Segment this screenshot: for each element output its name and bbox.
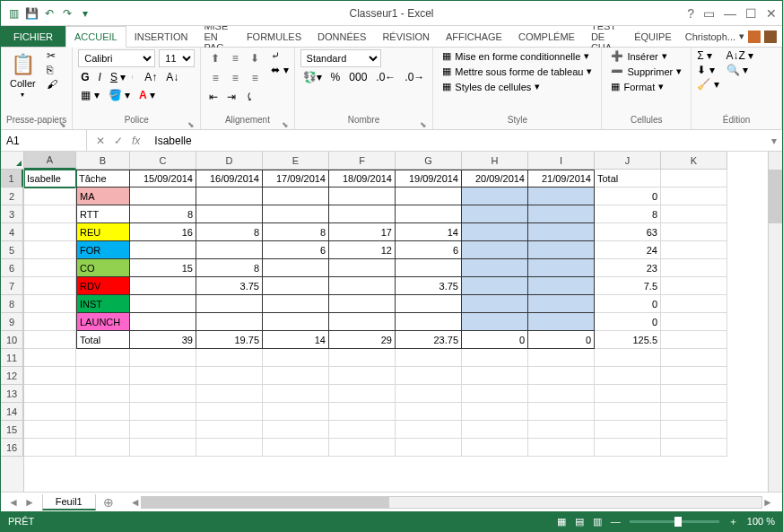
cell[interactable]: [661, 188, 727, 205]
cell[interactable]: [24, 331, 76, 349]
cell[interactable]: [329, 421, 396, 439]
view-normal-icon[interactable]: ▦: [557, 516, 566, 528]
col-header[interactable]: E: [263, 152, 329, 170]
cell[interactable]: [263, 439, 329, 457]
cell[interactable]: [263, 188, 329, 205]
row-header[interactable]: 12: [1, 367, 23, 385]
row-header[interactable]: 16: [1, 439, 23, 457]
cell[interactable]: RTT: [76, 205, 130, 223]
cell[interactable]: [24, 277, 76, 295]
cell[interactable]: [661, 349, 727, 367]
bold-button[interactable]: G: [78, 69, 91, 85]
col-header[interactable]: G: [396, 152, 462, 170]
cell[interactable]: [528, 295, 595, 313]
cell[interactable]: [24, 259, 76, 277]
cell[interactable]: [462, 277, 528, 295]
row-header[interactable]: 8: [1, 295, 23, 313]
merge-button[interactable]: ⬌ ▾: [271, 64, 288, 76]
cell[interactable]: 18/09/2014: [329, 170, 396, 188]
cell[interactable]: [661, 313, 727, 331]
cell[interactable]: 8: [595, 205, 661, 223]
increase-indent-icon[interactable]: ⇥: [224, 89, 239, 105]
cell[interactable]: [329, 385, 396, 403]
cell[interactable]: [130, 295, 196, 313]
cell[interactable]: [396, 403, 462, 421]
cell[interactable]: 19.75: [196, 331, 263, 349]
cell[interactable]: 0: [595, 188, 661, 205]
cell[interactable]: [196, 439, 263, 457]
cell[interactable]: 8: [130, 205, 196, 223]
cell[interactable]: [661, 277, 727, 295]
minimize-icon[interactable]: ―: [724, 6, 736, 21]
cell[interactable]: [24, 188, 76, 205]
cell[interactable]: INST: [76, 295, 130, 313]
user-account[interactable]: Christoph... ▾: [680, 26, 782, 47]
cell[interactable]: [396, 421, 462, 439]
autosum-icon[interactable]: Σ ▾: [697, 49, 718, 62]
cell[interactable]: [595, 403, 661, 421]
align-right-icon[interactable]: ≡: [246, 69, 264, 87]
cell[interactable]: CO: [76, 259, 130, 277]
cell[interactable]: 23: [595, 259, 661, 277]
col-header[interactable]: I: [528, 152, 595, 170]
currency-icon[interactable]: 💱▾: [300, 69, 325, 85]
cell[interactable]: 15: [130, 259, 196, 277]
cell[interactable]: 8: [196, 223, 263, 241]
cell[interactable]: [661, 170, 727, 188]
cell[interactable]: [263, 313, 329, 331]
horizontal-scrollbar[interactable]: ◄►: [121, 496, 782, 509]
col-header[interactable]: B: [76, 152, 130, 170]
view-pagebreak-icon[interactable]: ▥: [593, 516, 602, 528]
cell[interactable]: 29: [329, 331, 396, 349]
cell[interactable]: [661, 295, 727, 313]
cell[interactable]: 24: [595, 241, 661, 259]
dec-decimal-icon[interactable]: .0→: [402, 69, 427, 85]
dialog-launcher-icon[interactable]: ⬊: [420, 120, 427, 129]
cell[interactable]: [396, 349, 462, 367]
row-header[interactable]: 7: [1, 277, 23, 295]
cell[interactable]: Tâche: [76, 170, 130, 188]
excel-icon[interactable]: ▥: [6, 6, 21, 21]
cell[interactable]: [661, 421, 727, 439]
cell[interactable]: [329, 403, 396, 421]
cell[interactable]: [196, 188, 263, 205]
cell[interactable]: [528, 349, 595, 367]
find-icon[interactable]: 🔍 ▾: [726, 64, 754, 76]
cell[interactable]: REU: [76, 223, 130, 241]
expand-formula-icon[interactable]: ▾: [766, 135, 782, 147]
cell[interactable]: [329, 367, 396, 385]
cell[interactable]: [462, 367, 528, 385]
cell[interactable]: [24, 349, 76, 367]
cell[interactable]: [76, 349, 130, 367]
row-header[interactable]: 9: [1, 313, 23, 331]
cell[interactable]: [263, 259, 329, 277]
align-top-icon[interactable]: ⬆: [206, 49, 224, 67]
cell[interactable]: 3.75: [196, 277, 263, 295]
cell[interactable]: 39: [130, 331, 196, 349]
tab-complements[interactable]: COMPLÉME: [510, 26, 583, 47]
cell[interactable]: Total: [595, 170, 661, 188]
col-header[interactable]: A: [24, 152, 76, 170]
row-header[interactable]: 2: [1, 188, 23, 205]
align-bot-icon[interactable]: ⬇: [246, 49, 264, 67]
col-header[interactable]: F: [329, 152, 396, 170]
row-header[interactable]: 4: [1, 223, 23, 241]
row-header[interactable]: 11: [1, 349, 23, 367]
cell[interactable]: [329, 259, 396, 277]
cell[interactable]: 125.5: [595, 331, 661, 349]
cell[interactable]: 21/09/2014: [528, 170, 595, 188]
cell[interactable]: [329, 277, 396, 295]
cell[interactable]: [396, 385, 462, 403]
undo-icon[interactable]: ↶: [42, 6, 57, 21]
tab-test[interactable]: TEST DE CHA: [583, 26, 626, 47]
cell[interactable]: [263, 403, 329, 421]
cell[interactable]: [263, 421, 329, 439]
sheet-tab[interactable]: Feuil1: [42, 494, 96, 510]
cell[interactable]: [196, 295, 263, 313]
zoom-level[interactable]: 100 %: [747, 516, 775, 527]
tab-revision[interactable]: RÉVISION: [374, 26, 438, 47]
cell[interactable]: [462, 241, 528, 259]
cell[interactable]: 0: [462, 331, 528, 349]
cell[interactable]: 16: [130, 223, 196, 241]
zoom-slider[interactable]: [630, 520, 719, 523]
